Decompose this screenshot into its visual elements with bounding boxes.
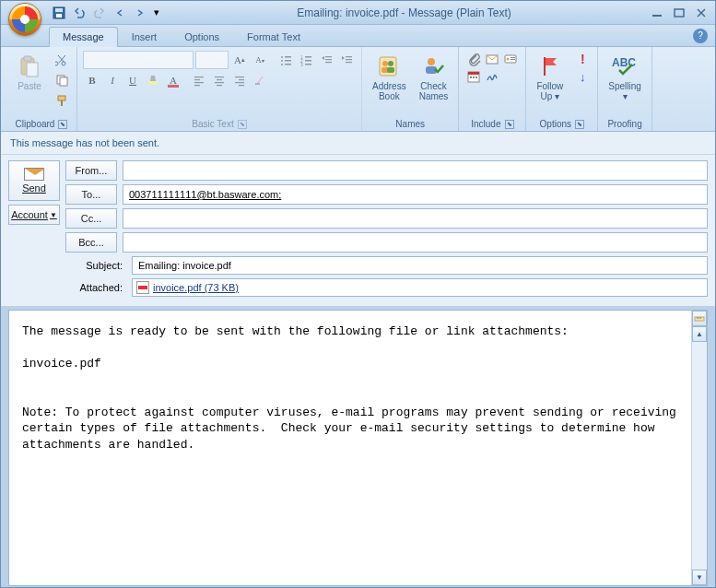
bullets-icon[interactable] xyxy=(276,51,295,69)
attachment-box[interactable]: invoice.pdf (73 KB) xyxy=(132,278,708,297)
signature-icon[interactable] xyxy=(483,68,501,85)
maximize-button[interactable] xyxy=(669,6,689,20)
calendar-icon[interactable] xyxy=(464,68,483,85)
help-icon[interactable]: ? xyxy=(693,29,708,43)
attach-file-icon[interactable] xyxy=(464,51,483,67)
svg-rect-1 xyxy=(55,8,63,12)
svg-rect-13 xyxy=(285,56,291,58)
copy-icon[interactable] xyxy=(53,71,71,89)
font-color-icon[interactable]: A xyxy=(164,71,182,89)
clear-formatting-icon[interactable] xyxy=(251,71,269,89)
scroll-track[interactable] xyxy=(692,342,707,570)
attachment-link[interactable]: invoice.pdf (73 KB) xyxy=(153,282,239,293)
office-button[interactable] xyxy=(8,3,41,36)
quick-access-toolbar: ▾ xyxy=(51,5,161,21)
check-names-button[interactable]: Check Names xyxy=(415,51,453,104)
redo-icon[interactable] xyxy=(91,5,108,21)
shrink-font-icon[interactable]: A▾ xyxy=(251,51,269,69)
tab-format-text[interactable]: Format Text xyxy=(233,27,314,46)
message-body[interactable]: The message is ready to be sent with the… xyxy=(9,311,691,585)
font-size-combo[interactable] xyxy=(195,51,229,69)
follow-up-button[interactable]: Follow Up ▾ xyxy=(532,51,568,104)
low-importance-icon[interactable]: ↓ xyxy=(573,68,592,85)
scroll-down-button[interactable]: ▼ xyxy=(692,570,707,585)
clipboard-label: Clipboard xyxy=(16,119,55,129)
svg-text:ABC: ABC xyxy=(612,56,636,69)
numbering-icon[interactable]: 123 xyxy=(297,51,315,69)
chevron-down-icon: ▼ xyxy=(50,211,57,219)
business-card-icon[interactable] xyxy=(501,51,520,67)
to-button[interactable]: To... xyxy=(65,184,117,205)
qat-dropdown-icon[interactable]: ▾ xyxy=(152,5,161,21)
svg-rect-60 xyxy=(475,76,477,78)
svg-rect-31 xyxy=(194,76,204,77)
close-button[interactable] xyxy=(691,6,711,20)
scroll-up-button[interactable]: ▲ xyxy=(692,326,707,342)
svg-rect-3 xyxy=(652,15,662,17)
clipboard-dialog-launcher[interactable]: ⬊ xyxy=(58,120,67,129)
group-basic-text: A▴ A▾ 123 B I U A Basic Text⬊ xyxy=(77,47,362,131)
bcc-button[interactable]: Bcc... xyxy=(65,232,117,253)
svg-rect-23 xyxy=(305,64,311,65)
account-button[interactable]: Account▼ xyxy=(8,205,60,225)
cc-button[interactable]: Cc... xyxy=(65,208,117,229)
svg-rect-59 xyxy=(473,76,475,78)
include-dialog-launcher[interactable]: ⬊ xyxy=(505,120,514,129)
send-button[interactable]: Send xyxy=(8,160,60,201)
grow-font-icon[interactable]: A▴ xyxy=(230,51,249,69)
from-field[interactable] xyxy=(123,160,708,181)
align-left-icon[interactable] xyxy=(190,71,208,89)
qat-prev-icon[interactable] xyxy=(112,5,128,21)
paste-icon xyxy=(17,53,42,79)
spelling-button[interactable]: ABC Spelling ▾ xyxy=(604,51,646,104)
pdf-icon xyxy=(136,281,149,294)
to-field[interactable] xyxy=(123,184,708,205)
tab-options[interactable]: Options xyxy=(170,27,233,46)
undo-icon[interactable] xyxy=(71,5,88,21)
highlight-icon[interactable] xyxy=(144,71,162,89)
bold-icon[interactable]: B xyxy=(83,71,101,89)
address-book-icon xyxy=(376,53,402,79)
from-button[interactable]: From... xyxy=(65,160,117,181)
basic-text-dialog-launcher[interactable]: ⬊ xyxy=(238,120,247,129)
qat-next-icon[interactable] xyxy=(132,5,148,21)
align-center-icon[interactable] xyxy=(210,71,229,89)
basic-text-label: Basic Text xyxy=(192,119,233,129)
underline-icon[interactable]: U xyxy=(123,71,142,89)
indent-icon[interactable] xyxy=(337,51,356,69)
svg-rect-15 xyxy=(285,60,291,62)
save-icon[interactable] xyxy=(51,5,67,21)
svg-rect-6 xyxy=(24,56,31,61)
bcc-field[interactable] xyxy=(123,232,708,253)
svg-point-46 xyxy=(388,61,393,66)
minimize-button[interactable] xyxy=(647,6,667,20)
ruler-toggle-icon[interactable] xyxy=(692,311,707,326)
tab-insert[interactable]: Insert xyxy=(118,27,171,46)
paste-button[interactable]: Paste xyxy=(12,51,47,94)
svg-rect-4 xyxy=(675,9,684,17)
subject-label: Subject: xyxy=(75,260,126,271)
address-book-button[interactable]: Address Book xyxy=(368,51,411,104)
font-family-combo[interactable] xyxy=(83,51,194,69)
titlebar: ▾ Emailing: invoice.pdf - Message (Plain… xyxy=(1,1,715,25)
options-dialog-launcher[interactable]: ⬊ xyxy=(575,120,584,129)
svg-point-45 xyxy=(382,61,388,66)
subject-field[interactable] xyxy=(132,256,708,275)
high-importance-icon[interactable]: ! xyxy=(573,51,592,67)
include-label: Include xyxy=(471,119,500,129)
svg-rect-36 xyxy=(217,79,222,80)
align-right-icon[interactable] xyxy=(230,71,249,89)
svg-rect-48 xyxy=(387,67,394,73)
format-painter-icon[interactable] xyxy=(53,91,71,110)
italic-icon[interactable]: I xyxy=(103,71,122,89)
svg-point-14 xyxy=(281,60,283,62)
svg-rect-28 xyxy=(346,59,352,60)
tab-message[interactable]: Message xyxy=(49,27,118,46)
cut-icon[interactable] xyxy=(53,51,71,69)
options-label: Options xyxy=(540,119,571,129)
attached-label: Attached: xyxy=(75,282,126,293)
svg-rect-42 xyxy=(239,85,244,86)
cc-field[interactable] xyxy=(123,208,708,229)
attach-item-icon[interactable] xyxy=(483,51,501,67)
outdent-icon[interactable] xyxy=(317,51,335,69)
